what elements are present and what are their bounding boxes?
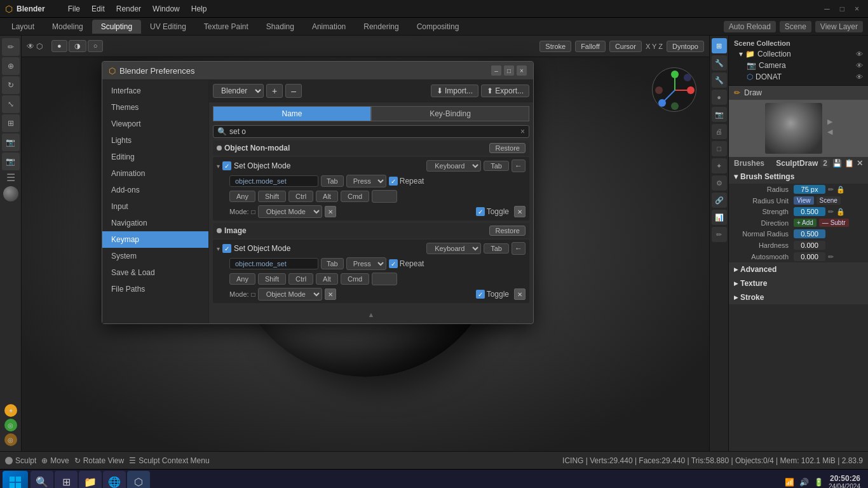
sidebar-item-themes[interactable]: Themes (102, 99, 208, 116)
brush-settings-header[interactable]: ▾ Brush Settings (729, 170, 868, 184)
taskbar-icon-blender[interactable]: ⬡ (127, 471, 150, 489)
km-checkbox-2[interactable]: ✓ (222, 244, 231, 253)
auto-reload-toggle[interactable]: Auto Reload (724, 21, 776, 32)
keybind-tab[interactable]: Key-Binding (371, 106, 529, 121)
sidebar-item-animation[interactable]: Animation (102, 165, 208, 182)
km-press-select-1[interactable]: Press (346, 175, 386, 187)
km-key-tab-1[interactable]: Tab (484, 161, 509, 171)
sculpt-mode-icon[interactable]: ✏ (712, 227, 727, 242)
autosmooth-pen-icon[interactable]: ✏ (828, 253, 834, 261)
object-props-icon[interactable]: 🔧 (712, 55, 727, 71)
km-ctrl-btn-2[interactable]: Ctrl (288, 273, 313, 285)
brush-expand-right-btn[interactable]: ▶ (827, 118, 832, 126)
remove-keymap-btn[interactable]: – (285, 84, 302, 98)
sidebar-item-keymap[interactable]: Keymap (102, 231, 208, 248)
km-toggle-x-btn-1[interactable]: ✕ (514, 206, 526, 217)
km-checkbox-1[interactable]: ✓ (222, 161, 231, 170)
sub-direction-btn[interactable]: — Subtr (819, 219, 849, 227)
window-maximize[interactable]: □ (836, 4, 848, 13)
tab-animation[interactable]: Animation (303, 20, 355, 34)
render-props-icon[interactable]: 📷 (712, 107, 727, 122)
taskbar-icon-file[interactable]: 📁 (79, 471, 102, 489)
km-alt-btn-1[interactable]: Alt (316, 191, 338, 202)
sidebar-item-navigation[interactable]: Navigation (102, 215, 208, 231)
km-toggle-checkbox-2[interactable]: ✓ (476, 290, 485, 299)
preferences-dialog[interactable]: ⬡ Blender Preferences – □ × Interface Th… (102, 61, 534, 324)
dyntopo-dropdown[interactable]: Dyntopo (667, 41, 704, 52)
brush-copy-icon[interactable]: 📋 (844, 159, 854, 168)
camera-visibility-icon[interactable]: 👁 (856, 62, 863, 69)
modifiers-icon[interactable]: 🔧 (712, 72, 727, 88)
taskbar-icon-task-view[interactable]: ⊞ (55, 471, 78, 489)
tool-draw[interactable]: ✏ (2, 38, 20, 56)
tool-annotate[interactable]: 📷 (2, 133, 20, 151)
strength-pen-icon[interactable]: ✏ (828, 208, 834, 216)
sidebar-item-file-paths[interactable]: File Paths (102, 281, 208, 297)
tab-layout[interactable]: Layout (3, 20, 43, 34)
km-key-small-1[interactable]: Tab (321, 175, 344, 187)
collection-item[interactable]: ▾ 📁 Collection 👁 (731, 48, 865, 60)
km-expand-arrow-1[interactable]: ▾ (217, 163, 220, 170)
km-key-small-2[interactable]: Tab (321, 258, 344, 269)
menu-edit[interactable]: Edit (86, 3, 110, 15)
km-expand-arrow-2[interactable]: ▾ (217, 245, 220, 252)
km-cmd-btn-2[interactable]: Cmd (341, 273, 369, 285)
tool-rotate[interactable]: ↻ (2, 76, 20, 94)
start-button[interactable] (3, 471, 28, 489)
taskbar-clock[interactable]: 20:50:26 24/04/2024 (829, 474, 860, 488)
rendered-mode-btn[interactable]: ○ (88, 40, 104, 52)
name-tab[interactable]: Name (213, 106, 371, 121)
taskbar-icon-search[interactable]: 🔍 (31, 471, 53, 489)
physics-icon[interactable]: ⚙ (712, 175, 727, 191)
window-minimize[interactable]: ─ (820, 4, 834, 13)
tool-measure[interactable]: 📷 (2, 152, 20, 170)
mode-sculpt-icon[interactable]: ✦ (4, 404, 17, 417)
tab-sculpting[interactable]: Sculpting (92, 20, 141, 34)
donat-visibility-icon[interactable]: 👁 (856, 73, 863, 81)
render-preview-icon[interactable]: ⬡ (36, 42, 43, 51)
sidebar-item-viewport[interactable]: Viewport (102, 116, 208, 132)
radius-view-btn[interactable]: View (794, 196, 814, 205)
view-layer-dropdown[interactable]: View Layer (815, 21, 863, 32)
km-mode-x-btn-1[interactable]: ✕ (325, 206, 336, 217)
constraints-icon[interactable]: 🔗 (712, 193, 727, 208)
menu-help[interactable]: Help (186, 3, 212, 15)
tab-shading[interactable]: Shading (257, 20, 303, 34)
menu-render[interactable]: Render (111, 3, 146, 15)
view-icon[interactable]: 👁 (27, 42, 34, 51)
sidebar-item-save-load[interactable]: Save & Load (102, 264, 208, 281)
import-keymap-btn[interactable]: ⬇ Import... (431, 85, 478, 97)
normal-radius-value[interactable]: 0.500 (794, 229, 825, 238)
km-key-tab-2[interactable]: Tab (484, 243, 509, 254)
camera-item[interactable]: 📷 Camera 👁 (731, 60, 865, 71)
menu-window[interactable]: Window (147, 3, 185, 15)
km-repeat-checkbox-1[interactable]: ✓ (389, 177, 398, 186)
tool-extra-1[interactable]: ◎ (4, 419, 17, 431)
km-toggle-x-btn-2[interactable]: ✕ (514, 288, 526, 300)
sidebar-item-system[interactable]: System (102, 248, 208, 264)
cursor-dropdown[interactable]: Cursor (609, 41, 642, 52)
tab-texture-paint[interactable]: Texture Paint (195, 20, 257, 34)
material-icon[interactable]: ● (712, 90, 727, 105)
sidebar-item-interface[interactable]: Interface (102, 83, 208, 99)
data-icon[interactable]: 📊 (712, 210, 727, 225)
search-clear-btn[interactable]: × (520, 127, 525, 136)
hardness-value[interactable]: 0.000 (794, 241, 825, 250)
scene-graph-icon[interactable]: ⊞ (712, 38, 727, 53)
km-repeat-checkbox-2[interactable]: ✓ (389, 259, 398, 268)
keymap-preset-select[interactable]: Blender (213, 84, 264, 98)
brush-collapse-btn[interactable]: ◀ (827, 128, 832, 136)
tools-hamburger[interactable]: ☰ (6, 172, 15, 184)
export-keymap-btn[interactable]: ⬆ Export... (481, 85, 529, 97)
tab-rendering[interactable]: Rendering (355, 20, 407, 34)
add-direction-btn[interactable]: + Add (794, 219, 817, 227)
advanced-header[interactable]: ▸ Advanced (729, 262, 868, 276)
sidebar-item-addons[interactable]: Add-ons (102, 182, 208, 198)
km-type-select-1[interactable]: Keyboard (426, 160, 481, 172)
tab-modeling[interactable]: Modeling (43, 20, 92, 34)
menu-file[interactable]: File (63, 3, 85, 15)
km-cmd-btn-1[interactable]: Cmd (341, 191, 369, 202)
km-mode-select-1[interactable]: Object Mode (258, 205, 322, 218)
km-mode-select-2[interactable]: Object Mode (258, 288, 322, 301)
sidebar-item-input[interactable]: Input (102, 198, 208, 215)
